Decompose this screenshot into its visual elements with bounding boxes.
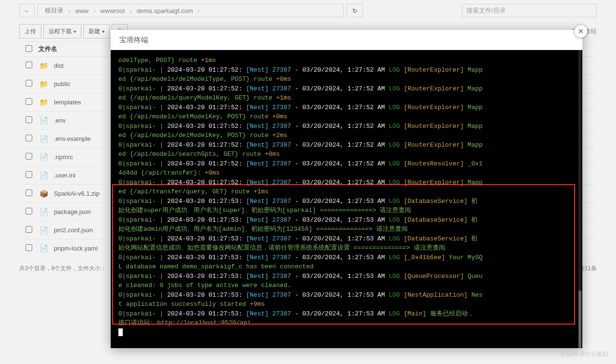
close-icon: ✕ [578, 27, 584, 35]
close-button[interactable]: ✕ [575, 25, 587, 38]
terminal-modal: ✕ 宝塔终端 odelType, POST} route +1ms0|spark… [111, 30, 582, 279]
terminal-output[interactable]: odelType, POST} route +1ms0|sparkai- | 2… [111, 50, 582, 279]
modal-title: 宝塔终端 [111, 30, 582, 50]
terminal-scrollbar[interactable] [578, 50, 581, 279]
